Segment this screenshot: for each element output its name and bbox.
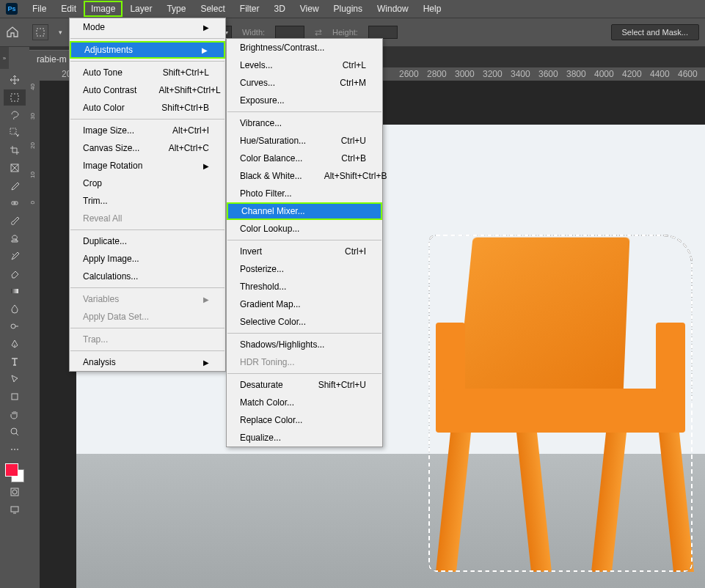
object-select-tool-icon[interactable] — [4, 125, 26, 141]
quick-mask-icon[interactable] — [4, 484, 26, 500]
menu-type[interactable]: Type — [159, 1, 193, 17]
menu-item-auto-tone[interactable]: Auto ToneShift+Ctrl+L — [70, 64, 225, 81]
crop-tool-icon[interactable] — [4, 142, 26, 158]
menu-item-label: Color Lookup... — [240, 224, 299, 234]
menu-item-color-balance[interactable]: Color Balance...Ctrl+B — [227, 150, 382, 167]
menu-item-label: Apply Image... — [83, 254, 139, 264]
hand-tool-icon[interactable] — [4, 406, 26, 422]
menu-item-color-lookup[interactable]: Color Lookup... — [227, 220, 382, 238]
menu-item-equalize[interactable]: Equalize... — [227, 429, 382, 446]
menu-item-crop[interactable]: Crop — [70, 174, 225, 192]
menu-3d[interactable]: 3D — [266, 1, 292, 17]
menu-item-brightness-contrast[interactable]: Brightness/Contrast... — [227, 39, 382, 56]
svg-rect-1 — [11, 94, 18, 101]
menu-item-shadows-highlights[interactable]: Shadows/Highlights... — [227, 336, 382, 353]
move-tool-icon[interactable] — [4, 72, 26, 88]
menu-item-auto-contrast[interactable]: Auto ContrastAlt+Shift+Ctrl+L — [70, 81, 225, 99]
menu-item-label: Threshold... — [240, 282, 286, 292]
height-field[interactable] — [368, 26, 398, 39]
menu-item-analysis[interactable]: Analysis▶ — [70, 353, 225, 371]
menu-select[interactable]: Select — [193, 1, 232, 17]
menu-window[interactable]: Window — [370, 1, 416, 17]
eyedropper-tool-icon[interactable] — [4, 177, 26, 194]
type-tool-icon[interactable] — [4, 353, 26, 370]
shape-tool-icon[interactable] — [4, 389, 26, 405]
dodge-tool-icon[interactable] — [4, 318, 26, 334]
menu-item-label: Calculations... — [83, 271, 138, 282]
menu-item-black-white[interactable]: Black & White...Alt+Shift+Ctrl+B — [227, 167, 382, 185]
menu-item-label: Color Balance... — [240, 153, 302, 163]
menu-item-photo-filter[interactable]: Photo Filter... — [227, 185, 382, 202]
panel-expand-icon[interactable]: » — [0, 47, 9, 69]
home-icon[interactable] — [6, 26, 22, 39]
select-and-mask-button[interactable]: Select and Mask... — [611, 24, 700, 40]
menu-item-posterize[interactable]: Posterize... — [227, 260, 382, 278]
menu-item-duplicate[interactable]: Duplicate... — [70, 232, 225, 250]
menu-item-label: Brightness/Contrast... — [240, 43, 324, 53]
menu-help[interactable]: Help — [416, 1, 449, 17]
pen-tool-icon[interactable] — [4, 336, 26, 352]
menu-item-canvas-size[interactable]: Canvas Size...Alt+Ctrl+C — [70, 139, 225, 157]
more-tools-icon[interactable]: ⋯ — [4, 441, 26, 457]
path-select-tool-icon[interactable] — [4, 371, 26, 387]
lasso-tool-icon[interactable] — [4, 107, 26, 123]
menu-item-trap: Trap... — [70, 331, 225, 348]
menu-file[interactable]: File — [25, 1, 54, 17]
menu-item-calculations[interactable]: Calculations... — [70, 268, 225, 285]
menu-item-vibrance[interactable]: Vibrance... — [227, 114, 382, 132]
menu-item-image-rotation[interactable]: Image Rotation▶ — [70, 157, 225, 174]
submenu-arrow-icon: ▶ — [203, 23, 209, 32]
menu-view[interactable]: View — [293, 1, 326, 17]
menu-item-adjustments[interactable]: Adjustments▶ — [70, 41, 225, 59]
menu-item-apply-image[interactable]: Apply Image... — [70, 250, 225, 268]
marquee-tool-icon[interactable] — [4, 89, 26, 106]
swap-icon[interactable]: ⇄ — [315, 27, 322, 37]
frame-tool-icon[interactable] — [4, 160, 26, 176]
tool-preset-icon[interactable] — [32, 24, 48, 40]
menu-item-match-color[interactable]: Match Color... — [227, 394, 382, 411]
color-swatch[interactable] — [5, 463, 24, 482]
menu-image[interactable]: Image — [84, 1, 123, 17]
menu-item-selective-color[interactable]: Selective Color... — [227, 313, 382, 331]
menu-item-channel-mixer[interactable]: Channel Mixer... — [227, 202, 382, 220]
menu-plugins[interactable]: Plugins — [326, 1, 370, 17]
gradient-tool-icon[interactable] — [4, 283, 26, 299]
menu-item-label: Image Size... — [83, 125, 134, 136]
ruler-tick: 4000 — [594, 69, 614, 79]
submenu-arrow-icon: ▶ — [203, 162, 209, 170]
shortcut-label: Shift+Ctrl+L — [163, 67, 209, 78]
menu-item-curves[interactable]: Curves...Ctrl+M — [227, 74, 382, 92]
ruler-tick: 4400 — [650, 69, 670, 79]
brush-tool-icon[interactable] — [4, 213, 26, 229]
ruler-tick: 4600 — [678, 69, 698, 79]
chevron-down-icon[interactable]: ▾ — [59, 29, 62, 36]
menu-item-label: Gradient Map... — [240, 299, 301, 309]
menu-item-label: Reveal All — [83, 213, 122, 224]
menu-item-hue-saturation[interactable]: Hue/Saturation...Ctrl+U — [227, 132, 382, 150]
menu-item-threshold[interactable]: Threshold... — [227, 278, 382, 295]
screen-mode-icon[interactable] — [4, 501, 26, 518]
menu-item-image-size[interactable]: Image Size...Alt+Ctrl+I — [70, 122, 225, 139]
menu-filter[interactable]: Filter — [233, 1, 267, 17]
eraser-tool-icon[interactable] — [4, 265, 26, 282]
stamp-tool-icon[interactable] — [4, 230, 26, 246]
zoom-tool-icon[interactable] — [4, 424, 26, 440]
menu-item-replace-color[interactable]: Replace Color... — [227, 411, 382, 429]
heal-tool-icon[interactable] — [4, 195, 26, 211]
menu-item-auto-color[interactable]: Auto ColorShift+Ctrl+B — [70, 99, 225, 117]
menu-item-gradient-map[interactable]: Gradient Map... — [227, 295, 382, 313]
blur-tool-icon[interactable] — [4, 301, 26, 317]
history-brush-tool-icon[interactable] — [4, 248, 26, 264]
menu-edit[interactable]: Edit — [54, 1, 84, 17]
menu-item-levels[interactable]: Levels...Ctrl+L — [227, 56, 382, 74]
menu-item-exposure[interactable]: Exposure... — [227, 92, 382, 109]
menu-item-desaturate[interactable]: DesaturateShift+Ctrl+U — [227, 376, 382, 394]
menu-item-invert[interactable]: InvertCtrl+I — [227, 243, 382, 260]
menu-layer[interactable]: Layer — [123, 1, 159, 17]
menu-item-label: Levels... — [240, 60, 273, 70]
menu-item-trim[interactable]: Trim... — [70, 192, 225, 210]
width-field[interactable] — [275, 26, 304, 39]
menu-item-mode[interactable]: Mode▶ — [70, 18, 225, 36]
document-tab[interactable]: rabie-m — [29, 50, 74, 67]
menu-item-label: Adjustments — [84, 45, 133, 55]
